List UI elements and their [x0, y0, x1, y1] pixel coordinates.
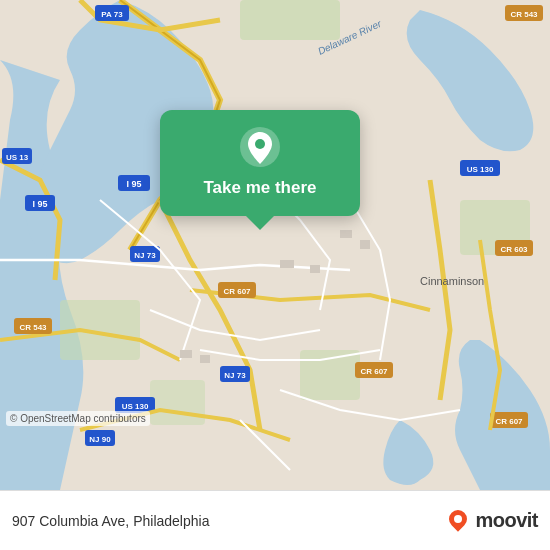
- svg-text:CR 607: CR 607: [495, 417, 523, 426]
- bottom-bar: 907 Columbia Ave, Philadelphia moovit: [0, 490, 550, 550]
- take-me-there-button[interactable]: Take me there: [203, 178, 316, 198]
- svg-text:NJ 73: NJ 73: [134, 251, 156, 260]
- svg-rect-40: [280, 260, 294, 268]
- map-container[interactable]: I 95 US 13 I 95 PA 73 NJ 73 NJ 73 CR 607…: [0, 0, 550, 490]
- svg-text:PA 73: PA 73: [101, 10, 123, 19]
- popup-card[interactable]: Take me there: [160, 110, 360, 216]
- svg-text:I 95: I 95: [32, 199, 47, 209]
- svg-rect-45: [200, 355, 210, 363]
- svg-text:CR 543: CR 543: [510, 10, 538, 19]
- svg-text:Cinnaminson: Cinnaminson: [420, 275, 484, 287]
- address-text: 907 Columbia Ave, Philadelphia: [12, 513, 209, 529]
- svg-text:NJ 73: NJ 73: [224, 371, 246, 380]
- svg-text:CR 603: CR 603: [500, 245, 528, 254]
- svg-text:US 13: US 13: [6, 153, 29, 162]
- svg-text:NJ 90: NJ 90: [89, 435, 111, 444]
- svg-rect-43: [360, 240, 370, 249]
- svg-rect-44: [180, 350, 192, 358]
- svg-rect-42: [340, 230, 352, 238]
- location-pin-icon: [239, 126, 281, 168]
- svg-text:CR 607: CR 607: [360, 367, 388, 376]
- svg-text:CR 543: CR 543: [19, 323, 47, 332]
- moovit-logo-text: moovit: [475, 509, 538, 532]
- osm-attribution: © OpenStreetMap contributors: [6, 411, 150, 426]
- svg-point-47: [255, 139, 265, 149]
- svg-rect-41: [310, 265, 320, 273]
- svg-rect-5: [150, 380, 205, 425]
- svg-text:I 95: I 95: [126, 179, 141, 189]
- svg-text:CR 607: CR 607: [223, 287, 251, 296]
- svg-text:US 130: US 130: [122, 402, 149, 411]
- svg-rect-1: [240, 0, 340, 40]
- moovit-logo: moovit: [447, 508, 538, 534]
- svg-text:US 130: US 130: [467, 165, 494, 174]
